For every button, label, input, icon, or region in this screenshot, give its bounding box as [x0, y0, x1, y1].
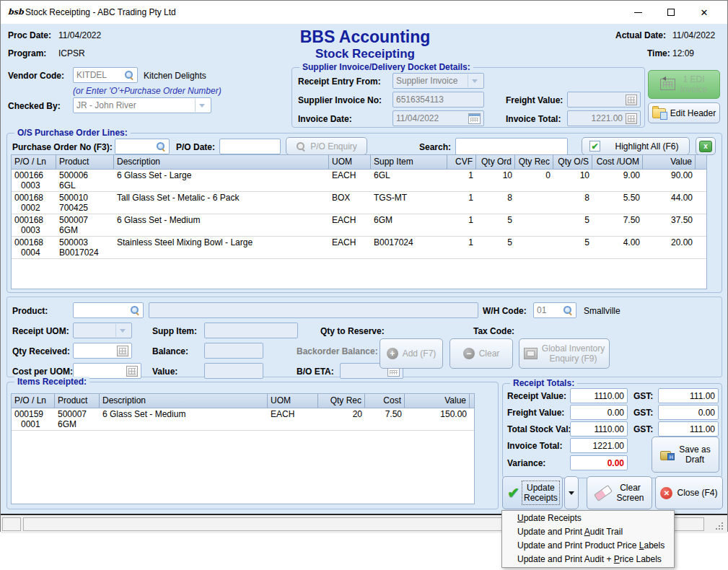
folder-icon	[652, 108, 666, 118]
table-row[interactable]: 0001680004 500003B0017024 Stainless Stee…	[12, 237, 706, 259]
cell-qty-rec	[515, 192, 553, 214]
table-row[interactable]: 0001680002 500010700425 Tall Glass Set -…	[12, 192, 706, 214]
resize-grip[interactable]	[722, 528, 723, 530]
cell-value: 37.50	[643, 214, 696, 236]
cell-ln: 0001	[14, 419, 52, 429]
menu-item-update-receipts[interactable]: Update Receipts	[502, 512, 674, 525]
col-qty-ord[interactable]: Qty Ord	[476, 155, 515, 169]
po-table-header: P/O / Ln Product Description UOM Supp It…	[11, 154, 707, 170]
gst3-field: 111.00	[658, 421, 719, 437]
cell-qty-rec: 20	[318, 408, 365, 430]
qty-received-field[interactable]	[73, 343, 132, 359]
close-window-button[interactable]: ✕	[688, 1, 721, 24]
freight-value-field[interactable]	[567, 92, 641, 108]
product-search-icon[interactable]	[130, 305, 140, 315]
col-supp-item[interactable]: Supp Item	[371, 155, 447, 169]
table-row[interactable]: 0001680003 5000076GM 6 Glass Set - Mediu…	[12, 214, 706, 237]
add-button[interactable]: + Add (F7)	[380, 338, 443, 369]
minimize-button[interactable]	[621, 1, 654, 24]
col-uom[interactable]: UOM	[268, 394, 318, 408]
update-receipts-button[interactable]: ✔ Update Receipts	[502, 476, 563, 509]
calendar-icon[interactable]	[468, 113, 481, 124]
calculator-icon[interactable]	[126, 366, 138, 377]
receipt-entry-from-select[interactable]: Supplier Invoice	[392, 73, 484, 89]
cell-product: 500007	[59, 215, 88, 225]
po-date-field[interactable]	[219, 139, 281, 154]
clear-screen-button[interactable]: Clear Screen	[587, 476, 652, 509]
close-f4-button[interactable]: Close (F4)	[655, 476, 723, 509]
supplier-invoice-no-field[interactable]: 6516354113	[392, 92, 484, 108]
export-excel-button[interactable]	[696, 137, 716, 155]
col-description[interactable]: Description	[100, 394, 268, 408]
col-qty-os[interactable]: Qty O/S	[553, 155, 592, 169]
wh-code-field[interactable]: 01	[533, 302, 576, 318]
checked-by-select[interactable]: JR - John River	[73, 97, 211, 113]
calculator-icon[interactable]	[626, 113, 637, 124]
cell-cvf: 1	[447, 170, 476, 191]
vendor-search-icon[interactable]	[124, 70, 134, 80]
col-po-ln[interactable]: P/O / Ln	[12, 155, 56, 169]
col-cost-uom[interactable]: Cost /UOM	[592, 155, 643, 169]
cost-per-uom-label: Cost per UOM:	[12, 367, 73, 377]
clear-button[interactable]: − Clear	[449, 338, 513, 369]
wh-code-value: 01	[537, 305, 546, 315]
freight-total-field: 0.00	[570, 405, 628, 420]
menu-item-update-print-price-labels[interactable]: Update and Print Product Price Labels	[502, 539, 674, 553]
menu-item-update-print-audit-trail[interactable]: Update and Print Audit Trail	[502, 525, 674, 539]
calculator-icon[interactable]	[117, 346, 128, 356]
supp-item-field[interactable]	[204, 323, 298, 338]
gst1-field: 111.00	[658, 388, 719, 403]
col-qty-rec[interactable]: Qty Rec	[318, 394, 365, 408]
receipt-uom-select[interactable]	[73, 323, 132, 338]
save-draft-line2: Draft	[685, 455, 704, 465]
edit-header-button[interactable]: Edit Header	[648, 102, 720, 123]
search-input[interactable]	[455, 138, 568, 155]
cell-cvf: 1	[447, 237, 476, 258]
menu-item-update-print-audit-price-labels[interactable]: Update and Print Audit + Price Labels	[502, 553, 674, 566]
total-stock-label: Total Stock Val:	[507, 424, 571, 434]
save-as-draft-button[interactable]: Save as Draft	[652, 437, 719, 473]
actual-date-value: 11/04/2022	[672, 30, 715, 40]
checkbox-checked-icon: ✔	[589, 141, 600, 152]
col-uom[interactable]: UOM	[329, 155, 371, 169]
col-product[interactable]: Product	[55, 394, 100, 408]
global-inventory-enquiry-button[interactable]: Global Inventory Enquiry (F9)	[519, 338, 610, 369]
col-description[interactable]: Description	[114, 155, 329, 169]
po-search-icon[interactable]	[156, 141, 166, 152]
chevron-down-icon[interactable]	[115, 324, 128, 337]
plus-icon: +	[387, 348, 398, 359]
wh-search-icon[interactable]	[563, 305, 573, 315]
col-qty-rec[interactable]: Qty Rec	[515, 155, 553, 169]
dropdown-arrow-icon	[569, 491, 574, 495]
edi-invoice-button[interactable]: 1 EDI Invoice	[648, 70, 720, 99]
po-no-field[interactable]	[115, 139, 170, 154]
cell-ln: 0003	[14, 180, 53, 190]
col-product[interactable]: Product	[56, 155, 114, 169]
chevron-down-icon[interactable]	[468, 74, 481, 87]
value-field	[204, 363, 263, 379]
menu-mnemonic: U	[517, 513, 524, 523]
maximize-button[interactable]	[654, 1, 688, 24]
invoice-total-field[interactable]: 1221.00	[567, 110, 641, 126]
product-field[interactable]	[73, 302, 144, 318]
calculator-icon[interactable]	[626, 95, 637, 105]
col-value[interactable]: Value	[405, 394, 470, 408]
chevron-down-icon[interactable]	[195, 99, 208, 112]
receipt-uom-label: Receipt UOM:	[12, 326, 69, 336]
highlight-all-button[interactable]: ✔ Highlight All (F6)	[582, 137, 690, 155]
col-value[interactable]: Value	[643, 155, 696, 169]
table-row[interactable]: 0001590001 5000076GM 6 Glass Set - Mediu…	[12, 408, 474, 431]
col-po-ln[interactable]: P/O / Ln	[12, 394, 55, 408]
po-enquiry-button[interactable]: P/O Enquiry	[286, 137, 367, 155]
col-cvf[interactable]: CVF	[447, 155, 476, 169]
gst-label: GST:	[633, 391, 653, 401]
col-cost[interactable]: Cost	[365, 394, 405, 408]
receipt-totals-group-label: Receipt Totals:	[510, 378, 577, 389]
update-receipts-dropdown-button[interactable]	[564, 476, 579, 509]
table-row[interactable]: 0001660003 5000066GL 6 Glass Set - Large…	[12, 170, 706, 192]
vendor-code-field[interactable]: KITDEL	[73, 67, 138, 83]
window-title: Stock Receipting - ABC Trading Pty Ltd	[25, 7, 176, 17]
backorder-balance-label: Backorder Balance:	[297, 346, 378, 356]
invoice-date-field[interactable]: 11/04/2022	[392, 110, 484, 126]
variance-field: 0.00	[570, 455, 628, 470]
